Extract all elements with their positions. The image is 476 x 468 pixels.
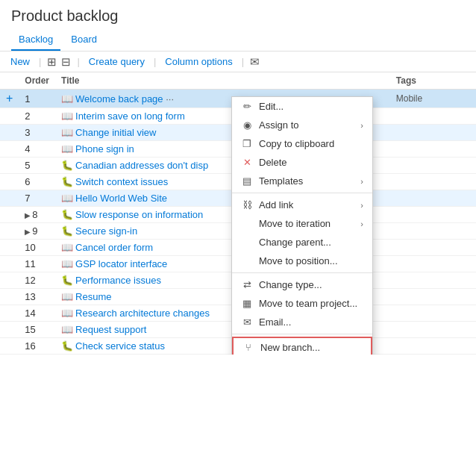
- minus-icon[interactable]: ⊟: [61, 55, 71, 69]
- tags-cell: [390, 272, 476, 289]
- feature-icon: 📖: [61, 258, 73, 269]
- item-title-text: Phone sign in: [75, 143, 134, 155]
- context-menu-item-icon: ✉: [241, 316, 253, 328]
- tags-cell: Mobile: [390, 90, 476, 108]
- order-cell: 10: [19, 240, 55, 256]
- context-menu-item[interactable]: ⛓Add link›: [232, 196, 372, 214]
- feature-icon: 📖: [61, 242, 73, 253]
- sep4: |: [240, 56, 245, 67]
- context-menu-item[interactable]: ▤Templates›: [232, 172, 372, 190]
- sep2: |: [75, 56, 81, 67]
- context-menu-item[interactable]: Move to iteration›: [232, 214, 372, 233]
- create-query-button[interactable]: Create query: [86, 54, 148, 69]
- tab-board[interactable]: Board: [63, 29, 104, 51]
- order-cell: 16: [19, 338, 55, 355]
- email-icon[interactable]: ✉: [250, 55, 260, 69]
- column-options-button[interactable]: Column options: [162, 54, 235, 69]
- item-title-text: Welcome back page: [75, 93, 163, 104]
- tags-cell: [390, 256, 476, 272]
- context-menu-item[interactable]: ▦Move to team project...: [232, 294, 372, 313]
- tags-cell: [390, 125, 476, 141]
- header-add: [0, 72, 19, 90]
- order-cell: 6: [19, 174, 55, 190]
- add-row-icon[interactable]: +: [6, 92, 13, 104]
- context-menu-item-label: Change parent...: [259, 237, 363, 248]
- context-menu-item[interactable]: ⇄Change type...: [232, 275, 372, 294]
- context-menu-item[interactable]: ◉Assign to›: [232, 116, 372, 134]
- tags-cell: [390, 338, 476, 355]
- order-cell: 1: [19, 90, 55, 108]
- feature-icon: 📖: [61, 93, 73, 104]
- item-title-text: Cancel order form: [75, 242, 153, 253]
- bug-icon: 🐛: [61, 225, 73, 237]
- context-menu: ✏Edit...◉Assign to›❐Copy to clipboard✕De…: [231, 96, 373, 355]
- item-title-text: Resume: [75, 291, 111, 302]
- context-menu-item-icon: ✏: [241, 101, 253, 112]
- item-title-text: Check service status: [75, 340, 165, 352]
- context-menu-item[interactable]: ✕Delete: [232, 153, 372, 172]
- context-menu-item-label: Move to position...: [259, 255, 363, 266]
- expand-icon[interactable]: ▶: [25, 228, 31, 236]
- order-cell: 4: [19, 141, 55, 157]
- tags-cell: [390, 141, 476, 157]
- context-menu-item-label: Copy to clipboard: [259, 138, 363, 149]
- order-cell: 7: [19, 190, 55, 207]
- context-menu-item[interactable]: Change parent...: [232, 233, 372, 252]
- tags-cell: [390, 190, 476, 207]
- context-menu-item-icon: ✕: [241, 157, 253, 168]
- context-menu-item[interactable]: ✉Email...: [232, 313, 372, 331]
- bug-icon: 🐛: [61, 176, 73, 187]
- tab-backlog[interactable]: Backlog: [11, 29, 60, 51]
- context-menu-item[interactable]: ✏Edit...: [232, 97, 372, 116]
- bug-icon: 🐛: [61, 209, 73, 220]
- order-cell: 13: [19, 289, 55, 305]
- feature-icon: 📖: [61, 110, 73, 122]
- order-cell: 11: [19, 256, 55, 272]
- feature-icon: 📖: [61, 193, 73, 204]
- order-cell: 5: [19, 157, 55, 174]
- context-menu-separator: [232, 193, 372, 193]
- context-menu-item-arrow: ›: [360, 201, 363, 210]
- order-cell: 2: [19, 108, 55, 125]
- tags-cell: [390, 174, 476, 190]
- context-menu-item-icon: ▦: [241, 298, 253, 309]
- header-tags[interactable]: Tags: [390, 72, 476, 90]
- context-menu-separator: [232, 334, 372, 334]
- context-menu-item-icon: ⇄: [241, 279, 253, 290]
- header-title[interactable]: Title: [55, 72, 390, 90]
- context-menu-item[interactable]: Move to position...: [232, 252, 372, 270]
- context-menu-item[interactable]: ⑂New branch...: [232, 337, 372, 355]
- new-button[interactable]: New: [7, 54, 33, 69]
- context-menu-item-label: Add link: [259, 199, 354, 210]
- item-title-text: GSP locator interface: [75, 258, 167, 269]
- add-icon[interactable]: ⊞: [47, 55, 57, 69]
- context-menu-item-label: Edit...: [259, 101, 363, 112]
- context-menu-item-arrow: ›: [360, 121, 363, 130]
- context-menu-item-icon: ❐: [241, 138, 253, 149]
- order-cell: ▶9: [19, 223, 55, 240]
- tags-cell: [390, 322, 476, 338]
- item-title-text: Request support: [75, 324, 146, 335]
- page-title: Product backlog: [0, 0, 476, 29]
- context-menu-item-label: New branch...: [260, 342, 362, 353]
- context-menu-item[interactable]: ❐Copy to clipboard: [232, 134, 372, 153]
- context-menu-item-icon: ⑂: [242, 342, 254, 353]
- bug-icon: 🐛: [61, 340, 73, 352]
- item-title-text: Secure sign-in: [75, 225, 137, 237]
- table-header-row: Order Title Tags: [0, 72, 476, 90]
- order-cell: 15: [19, 322, 55, 338]
- header-order[interactable]: Order: [19, 72, 55, 90]
- context-menu-item-label: Assign to: [259, 119, 354, 131]
- ellipsis-button[interactable]: ···: [163, 93, 174, 104]
- expand-icon[interactable]: ▶: [25, 211, 31, 219]
- item-title-text: Interim save on long form: [75, 110, 185, 122]
- order-cell: ▶8: [19, 207, 55, 223]
- sep1: |: [37, 56, 43, 67]
- bug-icon: 🐛: [61, 275, 73, 286]
- context-menu-item-label: Change type...: [259, 279, 363, 290]
- context-menu-item-label: Delete: [259, 157, 363, 168]
- tags-cell: [390, 207, 476, 223]
- context-menu-separator: [232, 272, 372, 273]
- order-cell: 14: [19, 305, 55, 322]
- tags-cell: [390, 240, 476, 256]
